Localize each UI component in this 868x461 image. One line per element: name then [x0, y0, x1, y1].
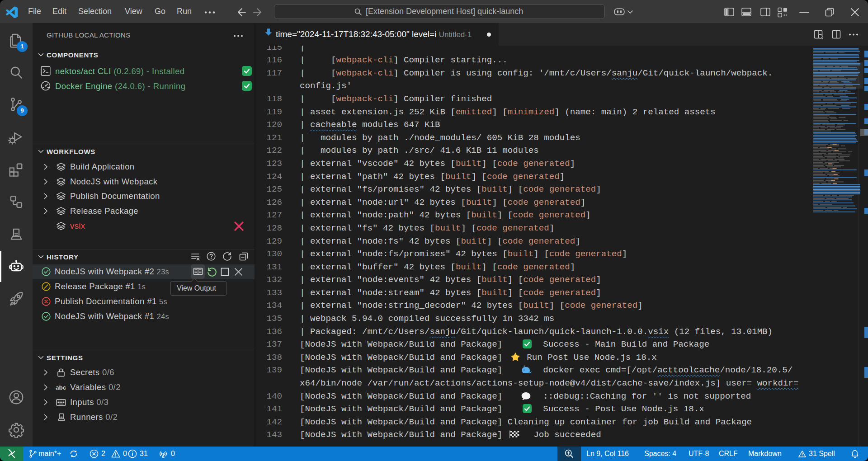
svg-text:abc: abc: [56, 384, 66, 391]
